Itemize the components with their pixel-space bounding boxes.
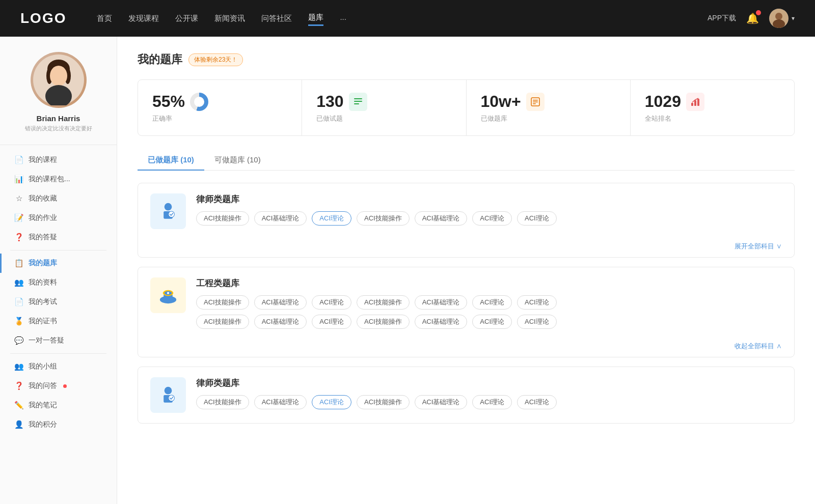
bank-list-icon [530,97,540,107]
tag[interactable]: ACI理论 [312,295,351,310]
sidebar-item-label: 一对一答疑 [29,336,64,345]
svg-point-21 [165,203,172,211]
nav-home[interactable]: 首页 [97,12,112,25]
tab-available[interactable]: 可做题库 (10) [204,150,271,170]
stat-label: 正确率 [152,114,287,123]
collapse-button[interactable]: 收起全部科目 ∧ [735,342,782,350]
svg-rect-15 [533,100,538,101]
sidebar-item-question-bank[interactable]: 📋 我的题库 [0,254,117,273]
expand-button[interactable]: 展开全部科目 ∨ [735,242,782,250]
bank-info: 工程类题库 ACI技能操作 ACI基础理论 ACI理论 ACI技能操作 ACI基… [196,277,782,329]
tag[interactable]: ACI理论 [517,395,557,409]
notification-badge [756,10,761,15]
tag[interactable]: ACI技能操作 [196,211,249,226]
page-header: 我的题库 体验剩余23天！ [138,52,795,67]
nav-more[interactable]: ··· [340,12,346,25]
notification-bell-icon[interactable]: 🔔 [746,12,759,24]
bank-section-engineer: 工程类题库 ACI技能操作 ACI基础理论 ACI理论 ACI技能操作 ACI基… [138,267,795,357]
banks-done-icon [526,93,545,111]
stat-value: 55% [152,92,185,111]
sidebar-item-one-on-one[interactable]: 💬 一对一答疑 [0,331,117,350]
my-qa-icon: ❓ [14,381,23,390]
bank-footer: 收起全部科目 ∧ [138,339,794,357]
tag[interactable]: ACI基础理论 [254,295,307,310]
tab-completed[interactable]: 已做题库 (10) [138,150,204,170]
bank-title: 工程类题库 [196,277,782,289]
tag[interactable]: ACI理论 [472,315,512,329]
tag[interactable]: ACI技能操作 [357,295,410,310]
sidebar-item-materials[interactable]: 👥 我的资料 [0,273,117,292]
tag[interactable]: ACI技能操作 [196,295,249,310]
donut-chart-icon [190,93,208,111]
tag[interactable]: ACI基础理论 [415,211,468,226]
tag[interactable]: ACI理论 [517,211,557,226]
sidebar-item-groups[interactable]: 👥 我的小组 [0,357,117,376]
tag[interactable]: ACI理论 [312,315,351,329]
tag[interactable]: ACI技能操作 [357,395,410,409]
tag[interactable]: ACI理论 [517,295,557,310]
sidebar-item-my-qa[interactable]: ❓ 我的问答 [0,376,117,396]
tag[interactable]: ACI理论 [472,395,512,409]
svg-rect-13 [354,103,359,104]
nav-open-course[interactable]: 公开课 [175,12,198,25]
tag[interactable]: ACI基础理论 [254,315,307,329]
bank-info: 律师类题库 ACI技能操作 ACI基础理论 ACI理论 ACI技能操作 ACI基… [196,193,782,226]
notes-icon: ✏️ [14,401,23,410]
tags-row: ACI技能操作 ACI基础理论 ACI理论 ACI技能操作 ACI基础理论 AC… [196,211,782,226]
tag[interactable]: ACI基础理论 [254,395,307,409]
sidebar-item-course[interactable]: 📄 我的课程 [0,150,117,170]
main-content: 我的题库 体验剩余23天！ 55% 正确率 130 [117,37,815,504]
engineer-icon [157,284,179,306]
stat-correct-rate: 55% 正确率 [138,80,302,135]
nav-qa[interactable]: 问答社区 [261,12,292,25]
sidebar-item-label: 我的积分 [29,420,57,429]
svg-rect-20 [697,99,699,106]
logo: LOGO [20,10,66,26]
tag[interactable]: ACI基础理论 [415,295,468,310]
sidebar-item-qa[interactable]: ❓ 我的答疑 [0,228,117,247]
avatar [769,9,789,28]
user-avatar-wrapper[interactable]: ▾ [769,9,795,28]
course-icon: 📄 [14,155,23,164]
sidebar-item-notes[interactable]: ✏️ 我的笔记 [0,396,117,415]
sidebar-item-label: 我的作业 [29,213,57,222]
sidebar-item-exam[interactable]: 📄 我的考试 [0,292,117,312]
sidebar-item-label: 我的笔记 [29,401,57,410]
tag[interactable]: ACI理论 [517,315,557,329]
avatar-placeholder-icon [769,9,789,28]
tag[interactable]: ACI技能操作 [196,395,249,409]
tag[interactable]: ACI基础理论 [415,395,468,409]
homework-icon: 📝 [14,213,23,222]
bank-header: 工程类题库 ACI技能操作 ACI基础理论 ACI理论 ACI技能操作 ACI基… [138,267,794,339]
tag[interactable]: ACI技能操作 [357,315,410,329]
bank-header: 律师类题库 ACI技能操作 ACI基础理论 ACI理论 ACI技能操作 ACI基… [138,183,794,239]
tag[interactable]: ACI技能操作 [357,211,410,226]
nav-news[interactable]: 新闻资讯 [214,12,245,25]
sidebar-item-certificate[interactable]: 🏅 我的证书 [0,312,117,331]
lawyer-icon-wrapper-2 [150,377,186,413]
sidebar-item-homework[interactable]: 📝 我的作业 [0,208,117,228]
qa-icon: ❓ [14,233,23,242]
tag[interactable]: ACI基础理论 [254,211,307,226]
nav-links: 首页 发现课程 公开课 新闻资讯 问答社区 题库 ··· [97,11,708,26]
sidebar-item-course-package[interactable]: 📊 我的课程包... [0,170,117,189]
tag[interactable]: ACI理论 [472,211,512,226]
nav-discover[interactable]: 发现课程 [128,12,159,25]
sidebar-item-label: 我的小组 [29,362,57,371]
sidebar-item-favorites[interactable]: ☆ 我的收藏 [0,189,117,208]
svg-rect-17 [533,103,536,104]
tag-active[interactable]: ACI理论 [312,395,351,409]
app-download-link[interactable]: APP下载 [708,14,736,23]
one-on-one-icon: 💬 [14,336,23,345]
list-icon [353,97,363,107]
page-wrapper: Brian Harris 错误的决定比没有决定要好 📄 我的课程 📊 我的课程包… [0,37,815,504]
bank-section-lawyer-1: 律师类题库 ACI技能操作 ACI基础理论 ACI理论 ACI技能操作 ACI基… [138,183,795,258]
tag[interactable]: ACI技能操作 [196,315,249,329]
nav-question-bank[interactable]: 题库 [308,11,323,26]
stat-questions-done: 130 已做试题 [302,80,466,135]
tag[interactable]: ACI基础理论 [415,315,468,329]
tag[interactable]: ACI理论 [472,295,512,310]
sidebar-profile: Brian Harris 错误的决定比没有决定要好 [0,52,117,145]
sidebar-item-points[interactable]: 👤 我的积分 [0,415,117,434]
tag-active[interactable]: ACI理论 [312,211,351,226]
